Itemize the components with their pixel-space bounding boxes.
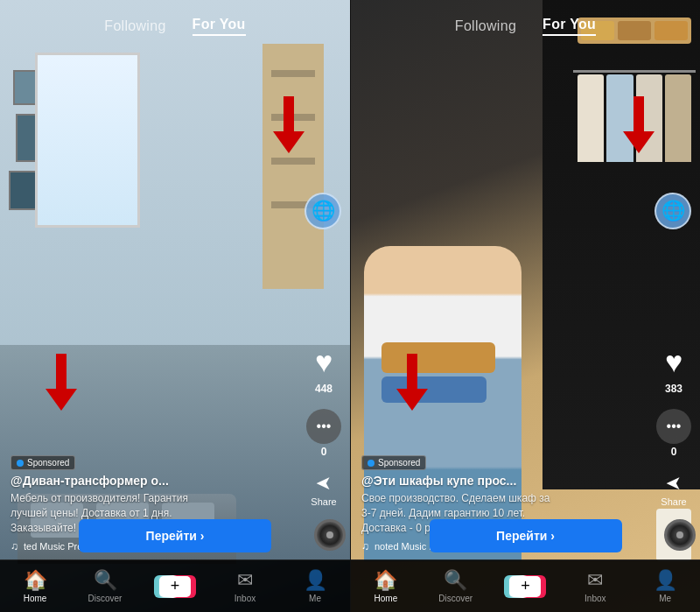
right-panel: Following For You 🌐 ♥ 383 ••• 0 ➤ Shar	[350, 0, 700, 612]
sidebar-left: ♥ 448 ••• 0 ➤ Share	[304, 342, 343, 507]
arrow-shaft-r2	[407, 354, 417, 389]
tab-foryou-left[interactable]: For You	[192, 17, 246, 36]
share-icon-right: ➤	[666, 472, 682, 495]
red-arrow-top-left	[273, 96, 304, 153]
comment-icon-right: •••	[656, 409, 691, 444]
room-window	[35, 53, 140, 228]
home-label-left: Home	[24, 594, 47, 603]
music-disk-right	[664, 519, 696, 551]
discover-label-right: Discover	[438, 594, 472, 603]
discover-label-left: Discover	[88, 594, 122, 603]
tab-foryou-right[interactable]: For You	[542, 17, 596, 36]
header-left: Following For You	[0, 0, 350, 46]
arrow-head-r2	[396, 389, 428, 411]
cta-button-right[interactable]: Перейти ›	[430, 519, 622, 552]
plus-inner-left: +	[159, 576, 191, 597]
share-icon-left: ➤	[316, 472, 332, 495]
plus-button-right: +	[508, 575, 542, 598]
shelf-3	[271, 158, 315, 165]
cta-label-right: Перейти ›	[496, 529, 555, 543]
plus-button-left: +	[158, 575, 192, 598]
globe-button-right[interactable]: 🌐	[654, 193, 691, 229]
arrow-shaft	[284, 96, 294, 131]
nav-home-left[interactable]: 🏠 Home	[0, 569, 70, 603]
home-icon-right: 🏠	[374, 569, 397, 592]
sponsored-dot-left	[17, 460, 24, 467]
header-right: Following For You	[351, 0, 700, 46]
comment-button-right[interactable]: ••• 0	[656, 409, 691, 458]
share-label-right: Share	[661, 496, 686, 507]
sponsored-text-right: Sponsored	[378, 458, 420, 468]
nav-plus-right[interactable]: +	[491, 575, 561, 598]
nav-me-left[interactable]: 👤 Me	[280, 569, 350, 603]
sponsored-badge-left: Sponsored	[10, 455, 75, 470]
inbox-icon-right: ✉	[587, 569, 603, 592]
sponsored-text-left: Sponsored	[27, 458, 69, 468]
cta-label-left: Перейти ›	[146, 529, 205, 543]
comment-count-left: 0	[321, 446, 327, 458]
inbox-label-right: Inbox	[584, 594, 606, 603]
nav-me-right[interactable]: 👤 Me	[630, 569, 700, 603]
nav-plus-left[interactable]: +	[140, 575, 210, 598]
sidebar-right: ♥ 383 ••• 0 ➤ Share	[654, 342, 693, 507]
sponsored-badge-right: Sponsored	[361, 455, 426, 470]
home-label-right: Home	[374, 594, 398, 603]
globe-button-left[interactable]: 🌐	[304, 193, 341, 229]
plus-inner-right: +	[509, 576, 541, 597]
me-icon-left: 👤	[304, 569, 327, 592]
me-icon-right: 👤	[654, 569, 677, 592]
nav-discover-right[interactable]: 🔍 Discover	[421, 569, 491, 603]
sponsored-dot-right	[368, 460, 374, 467]
comment-button-left[interactable]: ••• 0	[306, 409, 341, 458]
arrow-head	[273, 131, 304, 153]
tab-following-right[interactable]: Following	[455, 18, 516, 34]
hanger-rod	[573, 70, 696, 73]
discover-icon-left: 🔍	[94, 569, 117, 592]
arrow-head-r1	[623, 131, 654, 153]
arrow-shaft-2	[56, 354, 66, 389]
red-arrow-bottom-left	[46, 354, 77, 411]
cta-button-left[interactable]: Перейти ›	[79, 519, 271, 552]
like-button-right[interactable]: ♥ 383	[654, 342, 693, 395]
heart-icon-right: ♥	[654, 342, 693, 381]
globe-icon-left: 🌐	[304, 193, 341, 229]
arrow-head-2	[46, 389, 77, 411]
comment-icon-left: •••	[306, 409, 341, 444]
home-icon-left: 🏠	[24, 569, 47, 592]
nav-inbox-right[interactable]: ✉ Inbox	[560, 569, 630, 603]
nav-home-right[interactable]: 🏠 Home	[351, 569, 421, 603]
video-title-left: @Диван-трансформер о...	[10, 474, 291, 488]
heart-icon-left: ♥	[304, 342, 343, 381]
like-button-left[interactable]: ♥ 448	[304, 342, 343, 395]
like-count-right: 383	[665, 383, 682, 395]
globe-icon-right: 🌐	[654, 193, 691, 229]
tab-following-left[interactable]: Following	[104, 18, 165, 34]
inbox-label-left: Inbox	[234, 594, 256, 603]
inbox-icon-left: ✉	[237, 569, 253, 592]
room-shelving	[262, 44, 324, 289]
red-arrow-top-right	[623, 96, 654, 153]
comment-count-right: 0	[671, 446, 677, 458]
nav-discover-left[interactable]: 🔍 Discover	[70, 569, 140, 603]
video-title-right: @Эти шкафы купе прос...	[361, 474, 641, 488]
share-button-right[interactable]: ➤ Share	[661, 472, 686, 507]
share-button-left[interactable]: ➤ Share	[311, 472, 336, 507]
shirt-4	[665, 74, 691, 162]
music-disk-left	[314, 519, 346, 551]
nav-inbox-left[interactable]: ✉ Inbox	[210, 569, 280, 603]
shelf-1	[271, 70, 315, 77]
red-arrow-bottom-right	[396, 354, 428, 411]
bottom-nav-left: 🏠 Home 🔍 Discover + ✉ Inbox 👤 Me	[0, 559, 350, 612]
bottom-nav-right: 🏠 Home 🔍 Discover + ✉ Inbox 👤 Me	[351, 559, 700, 612]
shirt-1	[578, 74, 604, 162]
me-label-left: Me	[309, 594, 321, 603]
discover-icon-right: 🔍	[444, 569, 467, 592]
share-label-left: Share	[311, 496, 336, 507]
music-note-icon-right: ♫	[361, 540, 369, 552]
music-note-icon-left: ♫	[10, 540, 18, 552]
like-count-left: 448	[315, 383, 332, 395]
me-label-right: Me	[659, 594, 671, 603]
arrow-shaft-r1	[634, 96, 644, 131]
left-panel: Following For You 🌐 ♥ 448 ••• 0 ➤ Shar	[0, 0, 350, 612]
